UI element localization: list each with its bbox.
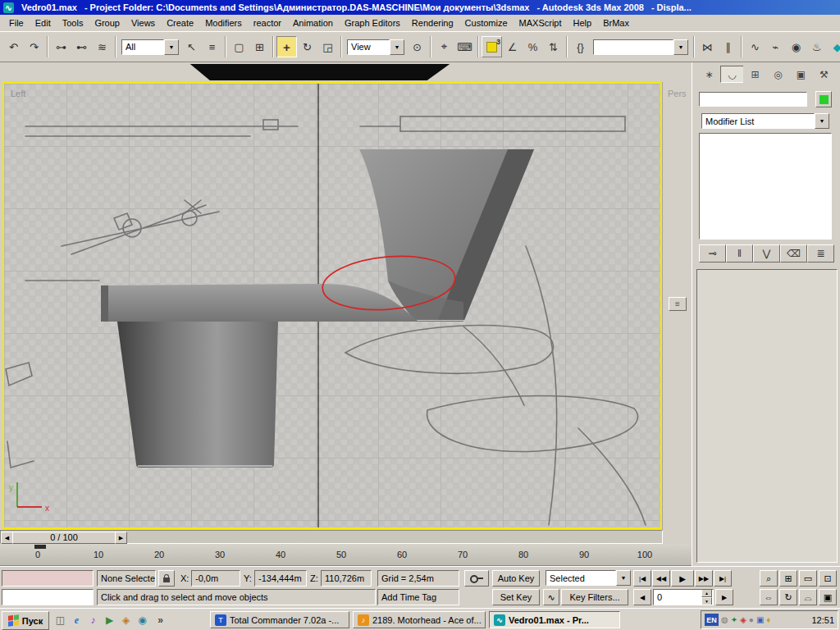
- object-color-swatch[interactable]: [815, 91, 832, 107]
- go-to-start-button[interactable]: |◀: [633, 570, 651, 587]
- zoom-button[interactable]: ⌕: [760, 570, 778, 587]
- taskbar-task-media-player[interactable]: ♪ 2189. Motorhead - Ace of...: [353, 611, 486, 628]
- undo-button[interactable]: ↶: [3, 36, 24, 57]
- zoom-all-button[interactable]: ⊞: [779, 570, 797, 587]
- select-and-link-button[interactable]: ⊶: [51, 36, 71, 57]
- menu-brmax[interactable]: BrMax: [597, 16, 635, 30]
- spinner-snap-button[interactable]: ⇅: [543, 36, 564, 57]
- edit-named-selection-sets-button[interactable]: {}: [570, 36, 591, 57]
- tab-create[interactable]: ∗: [697, 66, 721, 83]
- menu-file[interactable]: File: [3, 16, 30, 30]
- spinner-up-icon[interactable]: ▲: [701, 589, 712, 597]
- set-key-button[interactable]: Set Key: [492, 589, 540, 605]
- menu-animation[interactable]: Animation: [287, 16, 339, 30]
- internet-explorer-icon[interactable]: e: [69, 613, 84, 628]
- menu-reactor[interactable]: reactor: [248, 16, 287, 30]
- min-max-toggle-button[interactable]: ▣: [819, 589, 837, 605]
- percent-snap-button[interactable]: %: [523, 36, 543, 57]
- object-name-field[interactable]: [699, 92, 807, 107]
- pin-stack-button[interactable]: ⊸: [699, 244, 726, 262]
- schematic-view-button[interactable]: ⌁: [765, 36, 786, 57]
- pan-button[interactable]: ⇔: [760, 589, 778, 605]
- tab-display[interactable]: ▣: [789, 66, 813, 83]
- window-crossing-button[interactable]: ⊞: [249, 36, 270, 57]
- panel-scroll-handle[interactable]: ≡: [669, 297, 687, 311]
- zoom-extents-all-button[interactable]: ⊡: [819, 570, 837, 587]
- make-unique-button[interactable]: ⋁: [753, 244, 780, 262]
- configure-modifier-sets-button[interactable]: ≣: [807, 244, 834, 262]
- key-filters-button[interactable]: Key Filters...: [561, 589, 628, 605]
- quick-launch-icon-4[interactable]: ▶: [102, 613, 117, 628]
- select-and-manipulate-button[interactable]: ⌖: [434, 36, 454, 57]
- key-mode-dropdown[interactable]: Selected ▼: [546, 570, 631, 586]
- menu-graph-editors[interactable]: Graph Editors: [339, 16, 406, 30]
- tab-hierarchy[interactable]: ⊞: [743, 66, 767, 83]
- go-to-end-button[interactable]: ▶|: [714, 570, 732, 587]
- selection-lock-button[interactable]: [158, 570, 175, 587]
- x-coordinate-field[interactable]: -0,0m: [191, 570, 240, 587]
- quick-launch-icon-5[interactable]: ◈: [118, 613, 134, 628]
- select-and-scale-button[interactable]: ◲: [317, 36, 338, 57]
- time-slider-handle[interactable]: 0 / 100: [12, 532, 116, 544]
- tray-icon-6[interactable]: ♦: [766, 615, 770, 624]
- frame-back-button[interactable]: ◀: [633, 589, 651, 605]
- reference-coordinate-system-dropdown[interactable]: View ▼: [347, 39, 404, 55]
- render-scene-button[interactable]: ♨: [806, 36, 827, 57]
- menu-group[interactable]: Group: [89, 16, 126, 30]
- viewport-label[interactable]: Left: [11, 89, 25, 98]
- track-bar[interactable]: 0 10 20 30 40 50 60 70 80 90 100: [0, 544, 692, 566]
- tab-modify[interactable]: ◡: [720, 66, 744, 83]
- select-and-move-button[interactable]: +: [276, 36, 297, 57]
- tray-icon-1[interactable]: ◍: [721, 615, 728, 624]
- frame-forward-button[interactable]: ▶: [715, 589, 733, 605]
- show-end-result-button[interactable]: ‖: [726, 244, 753, 262]
- quick-launch-icon-6[interactable]: ◉: [135, 613, 150, 628]
- taskbar-task-total-commander[interactable]: T Total Commander 7.02a -...: [210, 611, 349, 628]
- snaps-toggle-button[interactable]: 3: [482, 36, 502, 57]
- chevron-down-icon[interactable]: ▼: [390, 39, 404, 55]
- tray-icon-3[interactable]: ◈: [740, 615, 746, 624]
- select-object-button[interactable]: ↖: [181, 36, 202, 57]
- time-slider[interactable]: ◀ 0 / 100 ▶: [0, 530, 663, 544]
- menu-views[interactable]: Views: [126, 16, 161, 30]
- quick-launch-overflow-chevron[interactable]: »: [153, 613, 168, 628]
- rectangular-selection-region-button[interactable]: ▢: [229, 36, 249, 57]
- viewport-canvas[interactable]: y x: [4, 84, 660, 527]
- play-button[interactable]: ▶: [671, 570, 694, 587]
- tray-icon-5[interactable]: ▣: [756, 615, 764, 624]
- menu-customize[interactable]: Customize: [459, 16, 514, 30]
- frame-spinner[interactable]: ▲ ▼: [701, 589, 712, 605]
- bind-to-space-warp-button[interactable]: ≋: [92, 36, 112, 57]
- selection-filter-dropdown[interactable]: All ▼: [121, 39, 179, 55]
- use-pivot-point-button[interactable]: ⊙: [407, 36, 427, 57]
- unlink-selection-button[interactable]: ⊷: [71, 36, 92, 57]
- menu-help[interactable]: Help: [568, 16, 598, 30]
- z-coordinate-field[interactable]: 110,726m: [321, 570, 372, 587]
- chevron-down-icon[interactable]: ▼: [164, 39, 179, 55]
- zoom-extents-button[interactable]: ▭: [799, 570, 817, 587]
- time-slider-right-arrow[interactable]: ▶: [115, 532, 127, 544]
- field-of-view-button[interactable]: ⌓: [799, 589, 817, 605]
- next-frame-button[interactable]: ▶▶: [695, 570, 713, 587]
- previous-frame-button[interactable]: ◀◀: [652, 570, 670, 587]
- time-slider-left-arrow[interactable]: ◀: [1, 532, 13, 544]
- material-editor-button[interactable]: ◉: [786, 36, 806, 57]
- current-frame-field[interactable]: 0 ▲ ▼: [653, 589, 714, 605]
- menu-create[interactable]: Create: [161, 16, 199, 30]
- modifier-list-dropdown[interactable]: Modifier List ▼: [701, 113, 829, 129]
- language-indicator[interactable]: EN: [705, 614, 719, 626]
- align-button[interactable]: ∥: [718, 36, 738, 57]
- keyboard-override-button[interactable]: ⌨: [454, 36, 475, 57]
- menu-modifiers[interactable]: Modifiers: [199, 16, 248, 30]
- quick-launch-icon-3[interactable]: ♪: [85, 613, 101, 628]
- curve-editor-button[interactable]: ∿: [745, 36, 765, 57]
- taskbar-task-3dsmax[interactable]: ∿ Vedro01.max - Pr...: [489, 611, 620, 628]
- tab-utilities[interactable]: ⚒: [812, 66, 836, 83]
- menu-maxscript[interactable]: MAXScript: [514, 16, 568, 30]
- maxscript-mini-listener-pink[interactable]: [2, 570, 94, 587]
- named-selection-sets-dropdown[interactable]: ▼: [593, 39, 688, 55]
- spinner-down-icon[interactable]: ▼: [701, 597, 712, 605]
- menu-rendering[interactable]: Rendering: [406, 16, 459, 30]
- quick-render-button[interactable]: ◆: [827, 36, 840, 57]
- current-frame-marker[interactable]: [34, 545, 46, 549]
